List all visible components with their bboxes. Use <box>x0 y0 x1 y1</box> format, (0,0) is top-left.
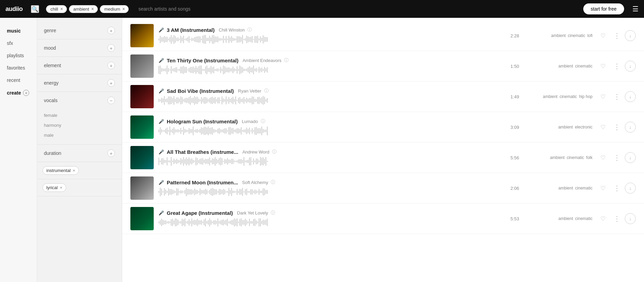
filter-header-energy[interactable]: energy + <box>37 74 122 91</box>
track-tag-ambient[interactable]: ambient <box>543 94 558 99</box>
waveform-bar <box>187 159 188 164</box>
track-title: 3 AM (Instrumental) <box>167 27 214 33</box>
track-tag-ambient[interactable]: ambient <box>559 64 573 69</box>
filter-header-genre[interactable]: genre + <box>37 22 122 39</box>
more-options-button[interactable]: ⋮ <box>611 213 622 224</box>
track-row[interactable]: 🎤 Hologram Sun (Instrumental) Lumado ⓘ 3… <box>122 112 644 143</box>
track-row[interactable]: 🎤 3 AM (Instrumental) Chill Winston ⓘ 2:… <box>122 21 644 51</box>
waveform-bar <box>211 97 211 104</box>
like-button[interactable]: ♡ <box>597 30 608 41</box>
remove-tag-instrumental-icon[interactable]: × <box>73 168 75 173</box>
download-button[interactable]: ↓ <box>625 30 636 41</box>
waveform-bar <box>220 100 221 101</box>
like-button[interactable]: ♡ <box>597 152 608 163</box>
sidebar-item-create[interactable]: create+ <box>0 86 37 99</box>
filter-toggle-duration-icon[interactable]: + <box>107 149 115 157</box>
filter-header-vocals[interactable]: vocals − <box>37 92 122 109</box>
info-icon[interactable]: ⓘ <box>271 179 275 185</box>
info-icon[interactable]: ⓘ <box>271 210 275 216</box>
sidebar-item-playlists[interactable]: playlists <box>0 49 37 62</box>
sidebar-item-music[interactable]: music <box>0 25 37 37</box>
waveform-bar <box>198 130 199 132</box>
download-button[interactable]: ↓ <box>625 152 636 163</box>
like-button[interactable]: ♡ <box>597 213 608 224</box>
more-options-button[interactable]: ⋮ <box>611 91 622 102</box>
filter-subitem-harmony[interactable]: harmony <box>44 120 122 130</box>
sidebar-item-sfx[interactable]: sfx <box>0 37 37 49</box>
sidebar-item-favorites[interactable]: favorites <box>0 62 37 74</box>
track-tag-lofi[interactable]: lofi <box>587 33 593 38</box>
more-options-button[interactable]: ⋮ <box>611 122 622 133</box>
remove-filter-chill-icon[interactable]: × <box>60 7 63 11</box>
track-title-row: 🎤 Sad Boi Vibe (Instrumental) Ryan Vette… <box>159 88 502 94</box>
info-icon[interactable]: ⓘ <box>264 88 269 94</box>
search-icon-button[interactable]: 🔍 <box>31 5 39 13</box>
track-tag-folk[interactable]: folk <box>586 155 593 160</box>
track-tag-ambient[interactable]: ambient <box>559 216 573 221</box>
active-filter-tag-lyrical[interactable]: lyrical × <box>43 183 66 192</box>
download-button[interactable]: ↓ <box>625 183 636 194</box>
track-row[interactable]: 🎤 Patterned Moon (Instrumen... Soft Alch… <box>122 173 644 204</box>
waveform-bar <box>216 99 217 102</box>
more-options-button[interactable]: ⋮ <box>611 61 622 72</box>
track-tag-hip hop[interactable]: hip hop <box>579 94 593 99</box>
waveform-bar <box>202 221 203 224</box>
filter-toggle-genre-icon[interactable]: + <box>107 27 115 34</box>
waveform-bar <box>231 188 232 196</box>
track-tag-cinematic[interactable]: cinematic <box>575 186 593 191</box>
download-button[interactable]: ↓ <box>625 61 636 72</box>
filter-header-duration[interactable]: duration + <box>37 145 122 162</box>
filter-subitem-female[interactable]: female <box>44 110 122 120</box>
track-row[interactable]: 🎤 Sad Boi Vibe (Instrumental) Ryan Vette… <box>122 82 644 112</box>
download-button[interactable]: ↓ <box>625 91 636 102</box>
track-row[interactable]: 🎤 All That Breathes (instrume... Andrew … <box>122 143 644 173</box>
filter-toggle-vocals-icon[interactable]: − <box>107 97 115 104</box>
track-tag-ambient[interactable]: ambient <box>551 33 566 38</box>
hamburger-menu-icon[interactable]: ☰ <box>632 5 639 13</box>
track-tag-cinematic[interactable]: cinematic <box>567 155 584 160</box>
track-row[interactable]: 🎤 Great Agape (Instrumental) Dark Yet Lo… <box>122 204 644 234</box>
filter-tag-ambient[interactable]: ambient× <box>69 5 98 13</box>
remove-filter-medium-icon[interactable]: × <box>122 7 125 11</box>
more-options-button[interactable]: ⋮ <box>611 183 622 194</box>
filter-subitem-male[interactable]: male <box>44 130 122 140</box>
waveform-bar <box>245 129 246 133</box>
waveform-bar <box>234 191 235 193</box>
track-tag-electronic[interactable]: electronic <box>575 125 593 130</box>
filter-toggle-mood-icon[interactable]: + <box>107 44 115 52</box>
info-icon[interactable]: ⓘ <box>247 27 252 33</box>
track-tag-cinematic[interactable]: cinematic <box>568 33 585 38</box>
track-tag-ambient[interactable]: ambient <box>559 186 573 191</box>
track-tag-cinematic[interactable]: cinematic <box>575 64 593 69</box>
more-options-button[interactable]: ⋮ <box>611 152 622 163</box>
waveform-bar <box>207 38 207 41</box>
track-tag-ambient[interactable]: ambient <box>558 125 573 130</box>
info-icon[interactable]: ⓘ <box>261 118 265 124</box>
like-button[interactable]: ♡ <box>597 122 608 133</box>
remove-tag-lyrical-icon[interactable]: × <box>60 185 62 190</box>
filter-toggle-element-icon[interactable]: + <box>107 62 115 69</box>
more-options-button[interactable]: ⋮ <box>611 30 622 41</box>
info-icon[interactable]: ⓘ <box>284 57 289 63</box>
like-button[interactable]: ♡ <box>597 183 608 194</box>
filter-tag-chill[interactable]: chill× <box>46 5 67 13</box>
track-tag-ambient[interactable]: ambient <box>550 155 565 160</box>
download-button[interactable]: ↓ <box>625 213 636 224</box>
filter-header-element[interactable]: element + <box>37 57 122 74</box>
start-for-free-button[interactable]: start for free <box>583 3 624 14</box>
like-button[interactable]: ♡ <box>597 91 608 102</box>
download-button[interactable]: ↓ <box>625 122 636 133</box>
active-filter-tag-instrumental[interactable]: instrumental × <box>43 166 79 175</box>
filter-toggle-energy-icon[interactable]: + <box>107 79 115 87</box>
filter-header-mood[interactable]: mood + <box>37 39 122 57</box>
info-icon[interactable]: ⓘ <box>272 149 277 155</box>
filter-tag-medium[interactable]: medium× <box>100 5 129 13</box>
track-row[interactable]: 🎤 Ten Thirty One (Instrumental) Ambient … <box>122 51 644 82</box>
track-tag-cinematic[interactable]: cinematic <box>575 216 593 221</box>
track-tag-cinematic[interactable]: cinematic <box>560 94 577 99</box>
sidebar-item-recent[interactable]: recent <box>0 74 37 86</box>
search-input[interactable] <box>134 3 577 14</box>
waveform-bar <box>249 191 250 193</box>
remove-filter-ambient-icon[interactable]: × <box>91 7 94 11</box>
like-button[interactable]: ♡ <box>597 61 608 72</box>
